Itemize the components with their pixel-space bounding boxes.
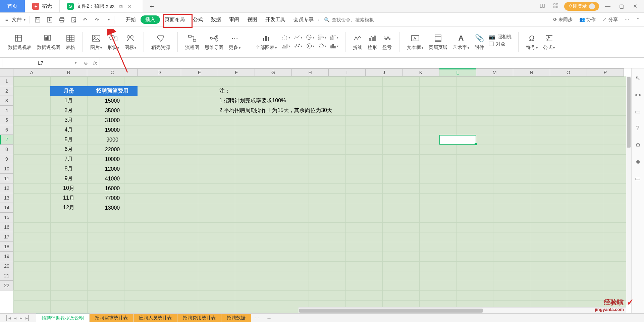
table-cell[interactable]: 9000	[87, 135, 138, 145]
login-button[interactable]: 立即登录	[564, 2, 599, 11]
table-cell[interactable]: 22000	[87, 145, 138, 154]
row-header[interactable]: 1	[0, 76, 13, 86]
row-header[interactable]: 9	[0, 154, 13, 164]
redo-icon[interactable]: ↷	[94, 17, 100, 23]
symbol-button[interactable]: Ω符号 ▾	[524, 32, 540, 52]
row-header[interactable]: 6	[0, 125, 13, 135]
row-header[interactable]: 15	[0, 213, 13, 222]
name-box[interactable]: L7 ▾	[2, 59, 79, 67]
sparkline-winloss-button[interactable]: 盈亏	[380, 32, 394, 52]
sheet-tab-3[interactable]: 应聘人员统计表	[133, 314, 177, 322]
add-tab-button[interactable]: ＋	[145, 2, 159, 11]
collab-button[interactable]: 👥 协作	[579, 17, 596, 23]
table-cell[interactable]: 19000	[87, 125, 138, 135]
more-button[interactable]: ⋯更多 ▾	[227, 32, 243, 52]
table-cell[interactable]: 16000	[87, 183, 138, 193]
horizontal-scrollbar[interactable]	[299, 307, 626, 313]
sheet-prev-icon[interactable]: ◂	[14, 315, 16, 321]
table-cell[interactable]: 3月	[50, 115, 87, 125]
table-cell[interactable]: 9月	[50, 174, 87, 183]
add-sheet-button[interactable]: ＋	[263, 314, 275, 322]
sheet-tab-4[interactable]: 招聘费用统计表	[177, 314, 221, 322]
tab-close-icon[interactable]: ✕	[127, 3, 132, 9]
cancel-formula-icon[interactable]: ⊖	[81, 60, 91, 66]
quick-access-dropdown[interactable]: ▾	[106, 17, 112, 23]
table-cell[interactable]: 77000	[87, 193, 138, 203]
more-charts-icon[interactable]: ▾	[330, 42, 338, 50]
column-chart-icon[interactable]: ▾	[281, 34, 290, 41]
row-header[interactable]: 11	[0, 174, 13, 183]
column-header[interactable]: D	[138, 68, 181, 76]
table-cell[interactable]: 1月	[50, 96, 87, 106]
menu-tab-formula[interactable]: 公式	[190, 16, 206, 23]
vertical-scrollbar[interactable]	[626, 76, 631, 305]
menu-tab-dev[interactable]: 开发工具	[262, 16, 289, 23]
table-cell[interactable]: 10月	[50, 183, 87, 193]
line-chart-icon[interactable]: ▾	[293, 34, 302, 41]
row-header[interactable]: 3	[0, 96, 13, 106]
column-header[interactable]: P	[587, 68, 624, 76]
menu-tab-member[interactable]: 会员专享	[290, 16, 317, 23]
collapse-ribbon-icon[interactable]: ⌃	[636, 17, 640, 22]
window-maximize-button[interactable]: ▢	[616, 2, 627, 11]
sparkline-line-button[interactable]: 折线	[351, 32, 364, 52]
menu-tab-data[interactable]: 数据	[208, 16, 224, 23]
settings-sliders-icon[interactable]: ⊶	[635, 91, 641, 99]
table-button[interactable]: 表格	[64, 32, 77, 52]
column-header[interactable]: F	[218, 68, 255, 76]
table-cell[interactable]: 10000	[87, 154, 138, 164]
row-header[interactable]: 4	[0, 106, 13, 115]
hamburger-icon[interactable]: ≡	[4, 17, 10, 22]
column-header[interactable]: C	[87, 68, 138, 76]
undo-icon[interactable]: ↶	[82, 17, 88, 23]
column-header[interactable]: O	[550, 68, 587, 76]
column-header[interactable]: E	[181, 68, 218, 76]
row-header[interactable]: 18	[0, 242, 13, 252]
pivot-table-button[interactable]: 数据透视表	[6, 32, 34, 52]
column-header[interactable]: H	[292, 68, 329, 76]
print-preview-icon[interactable]	[71, 17, 77, 23]
column-header[interactable]: G	[255, 68, 292, 76]
row-header[interactable]: 14	[0, 203, 13, 213]
row-header[interactable]: 2	[0, 86, 13, 96]
fx-icon[interactable]: fx	[91, 60, 100, 66]
mindmap-button[interactable]: 思维导图	[203, 32, 225, 52]
sheet-last-icon[interactable]: ▸⎢	[25, 315, 30, 321]
equation-button[interactable]: 公式 ▾	[541, 32, 557, 52]
row-header[interactable]: 7	[0, 135, 13, 145]
area-chart-icon[interactable]: ▾	[281, 42, 290, 50]
sparkline-bar-button[interactable]: 柱形	[366, 32, 379, 52]
help-icon[interactable]: ?	[636, 125, 639, 132]
print-icon[interactable]	[59, 17, 65, 23]
command-search-input[interactable]	[332, 17, 390, 22]
docer-resource-button[interactable]: 稻壳资源	[149, 32, 172, 52]
row-header[interactable]: 21	[0, 271, 13, 281]
window-minimize-button[interactable]: —	[602, 2, 613, 11]
table-cell[interactable]: 15000	[87, 96, 138, 106]
file-tab[interactable]: S 文件2：招聘.xlsx ⧉ ✕	[60, 0, 143, 12]
pivot-chart-button[interactable]: 数据透视图	[35, 32, 62, 52]
robot-icon[interactable]: ⚙	[635, 141, 641, 149]
combo-chart-icon[interactable]: ▾	[330, 34, 338, 41]
sheet-tab-2[interactable]: 招聘需求统计表	[90, 314, 133, 322]
column-header[interactable]: K	[402, 68, 439, 76]
file-menu[interactable]: 文件 ▾	[10, 16, 27, 23]
table-cell[interactable]: 2.平均招聘周期操作工为15天，其余岗位为30天	[218, 106, 476, 115]
command-search[interactable]: 🔍	[321, 16, 392, 23]
row-header[interactable]: 20	[0, 261, 13, 271]
icon-button[interactable]: 图标 ▾	[122, 32, 138, 52]
radar-chart-icon[interactable]: ▾	[318, 42, 326, 50]
column-header[interactable]: B	[50, 68, 87, 76]
table-cell[interactable]: 2月	[50, 106, 87, 115]
table-cell[interactable]: 13000	[87, 203, 138, 213]
column-header[interactable]: J	[366, 68, 402, 76]
header-footer-button[interactable]: 页眉页脚	[427, 32, 449, 52]
docer-tab[interactable]: ✦ 稻壳	[25, 0, 60, 12]
home-tab[interactable]: 首页	[0, 0, 25, 12]
column-header[interactable]: M	[476, 68, 513, 76]
share-button[interactable]: ↗ 分享	[602, 17, 618, 23]
table-cell[interactable]: 注：	[218, 86, 366, 96]
column-header[interactable]: L	[439, 68, 476, 76]
menu-tab-insert[interactable]: 插入	[141, 15, 160, 24]
table-cell[interactable]: 11月	[50, 193, 87, 203]
